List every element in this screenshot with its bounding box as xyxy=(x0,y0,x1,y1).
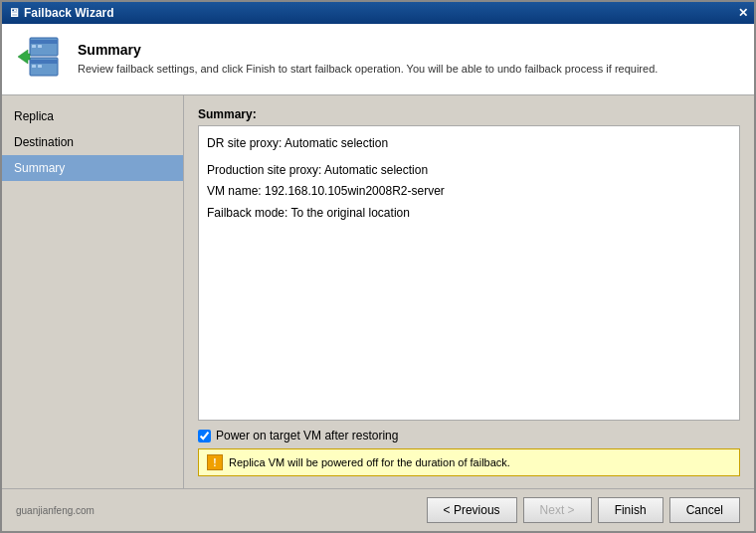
power-on-checkbox[interactable] xyxy=(198,430,211,443)
failback-wizard-window: 🖥 Failback Wizard ✕ Summary xyxy=(0,0,756,533)
title-bar-close-button[interactable]: ✕ xyxy=(738,6,748,20)
svg-rect-2 xyxy=(32,45,36,48)
previous-button[interactable]: < Previous xyxy=(427,497,517,523)
warning-icon: ! xyxy=(207,454,223,470)
wizard-header-text: Summary Review failback settings, and cl… xyxy=(78,42,658,77)
power-on-label[interactable]: Power on target VM after restoring xyxy=(216,429,398,443)
svg-rect-7 xyxy=(38,65,42,68)
title-bar: 🖥 Failback Wizard ✕ xyxy=(2,2,754,24)
title-bar-left: 🖥 Failback Wizard xyxy=(8,6,114,20)
next-button[interactable]: Next > xyxy=(523,497,592,523)
wizard-icon xyxy=(16,34,64,82)
wizard-description: Review failback settings, and click Fini… xyxy=(78,62,658,77)
svg-rect-6 xyxy=(32,65,36,68)
cancel-button[interactable]: Cancel xyxy=(669,497,740,523)
warning-bar: ! Replica VM will be powered off for the… xyxy=(198,448,740,476)
wizard-footer: guanjianfeng.com < Previous Next > Finis… xyxy=(2,488,754,531)
summary-label: Summary: xyxy=(198,107,740,121)
content-area: Summary: DR site proxy: Automatic select… xyxy=(184,95,754,488)
finish-button[interactable]: Finish xyxy=(598,497,663,523)
svg-marker-8 xyxy=(18,50,30,64)
summary-line-1: DR site proxy: Automatic selection xyxy=(207,134,731,153)
summary-line-3: VM name: 192.168.10.105win2008R2-server xyxy=(207,182,731,201)
summary-line-4: Failback mode: To the original location xyxy=(207,204,731,223)
wizard-header-icon-container xyxy=(16,34,64,85)
summary-line-2: Production site proxy: Automatic selecti… xyxy=(207,161,731,180)
wizard-body: Replica Destination Summary Summary: DR … xyxy=(2,95,754,488)
sidebar: Replica Destination Summary xyxy=(2,95,184,488)
title-bar-title: Failback Wizard xyxy=(24,6,114,20)
power-on-checkbox-row: Power on target VM after restoring xyxy=(198,429,740,443)
warning-text: Replica VM will be powered off for the d… xyxy=(229,456,510,468)
watermark: guanjianfeng.com xyxy=(16,505,94,516)
footer-buttons: < Previous Next > Finish Cancel xyxy=(427,497,740,523)
sidebar-item-replica[interactable]: Replica xyxy=(2,103,183,129)
sidebar-item-summary[interactable]: Summary xyxy=(2,155,183,181)
svg-rect-5 xyxy=(30,60,58,64)
title-bar-icon: 🖥 xyxy=(8,6,20,20)
svg-rect-1 xyxy=(30,40,58,44)
wizard-header: Summary Review failback settings, and cl… xyxy=(2,24,754,95)
svg-rect-3 xyxy=(38,45,42,48)
wizard-title: Summary xyxy=(78,42,658,58)
summary-box: DR site proxy: Automatic selection Produ… xyxy=(198,125,740,421)
sidebar-item-destination[interactable]: Destination xyxy=(2,129,183,155)
